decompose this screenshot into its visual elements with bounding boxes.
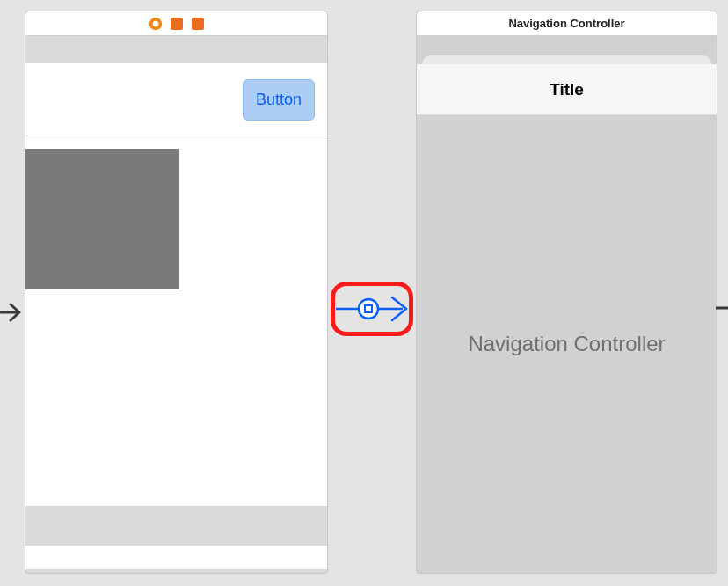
first-responder-icon[interactable] <box>149 18 162 30</box>
navigation-bar[interactable]: Title <box>417 64 717 115</box>
navigation-bar-title: Title <box>550 80 584 99</box>
bar-button[interactable]: Button <box>243 79 315 121</box>
navigation-bar-area[interactable]: Button <box>25 62 327 136</box>
scene-dock[interactable] <box>25 11 327 36</box>
svg-point-1 <box>359 299 378 319</box>
bottom-layout-guide <box>25 545 327 569</box>
placeholder-label: Navigation Controller <box>468 332 665 356</box>
exit-icon[interactable] <box>192 18 204 30</box>
status-bar-area <box>417 36 717 55</box>
show-segue[interactable] <box>331 282 413 336</box>
outgoing-segue-stub-icon <box>716 299 728 317</box>
navigation-controller-scene[interactable]: Navigation Controller Title Navigation C… <box>416 11 717 574</box>
view-content[interactable] <box>25 136 327 506</box>
view-controller-icon[interactable] <box>171 18 183 30</box>
navbar-cap <box>422 55 711 64</box>
image-view-placeholder[interactable] <box>25 149 179 289</box>
container-view[interactable]: Navigation Controller <box>417 115 717 573</box>
scene-title[interactable]: Navigation Controller <box>417 11 717 36</box>
initial-vc-arrow-icon <box>0 299 23 326</box>
status-bar-area <box>25 36 327 62</box>
view-controller-scene[interactable]: Button <box>25 11 328 574</box>
